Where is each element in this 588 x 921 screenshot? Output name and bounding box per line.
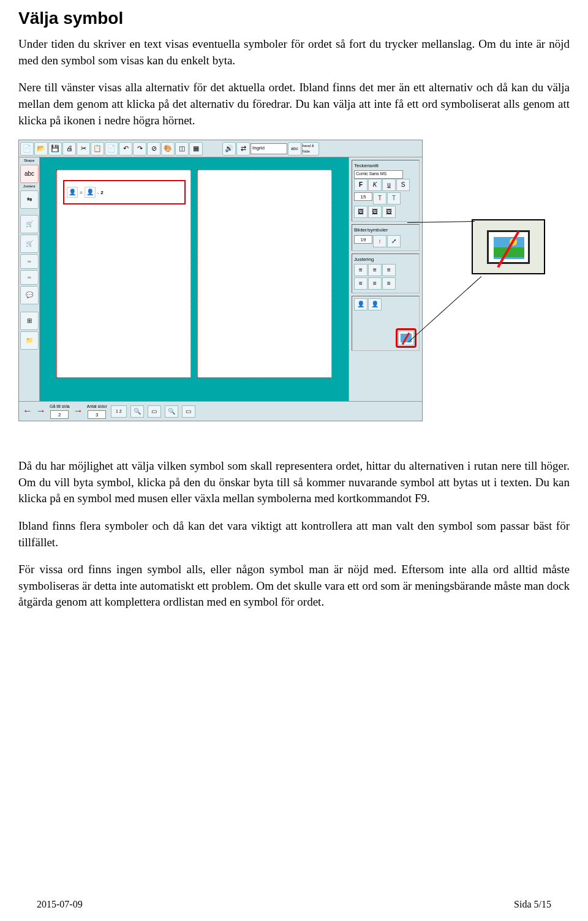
font-label: Teckensnitt <box>354 162 417 169</box>
goto-page-input[interactable]: 2 <box>50 410 69 419</box>
goto-page-label: Gå till sida <box>50 404 70 410</box>
number-two: 2 <box>100 189 103 196</box>
pic-btn-2[interactable]: 🖼 <box>368 206 382 218</box>
user-dropdown[interactable]: Ingrid <box>251 143 287 154</box>
upplos-button-1[interactable]: ▭ <box>20 254 39 269</box>
justera-button[interactable]: ⇆ <box>20 190 39 209</box>
pic-btn-1[interactable]: 🖼 <box>354 206 368 218</box>
valign-mid-button[interactable]: ≡ <box>368 277 382 290</box>
zoom-in-button[interactable]: 🔍 <box>130 405 144 418</box>
squares-icon[interactable]: ◫ <box>175 142 189 156</box>
page-footer: 2015-07-09 Sida 5/15 <box>37 898 551 911</box>
image-label: Bilder/symboler <box>354 227 417 233</box>
misc-button-1[interactable]: ⊞ <box>20 312 39 330</box>
no-symbol-icon-large <box>487 230 530 264</box>
next-page-button[interactable]: → <box>36 404 46 418</box>
hand-label-icon[interactable]: hand å föda <box>302 142 319 156</box>
speech-button[interactable]: 💬 <box>20 286 39 304</box>
symbol-2-icon: 👤 <box>85 187 96 198</box>
symbol-alt-2[interactable]: 👤 <box>368 298 382 310</box>
pic-btn-3[interactable]: 🖼 <box>382 206 396 218</box>
justera-label: Justera <box>20 184 38 188</box>
dash-sign: - <box>97 189 99 196</box>
print-icon[interactable]: 🖨 <box>62 142 76 156</box>
paragraph-2: Nere till vänster visas alla alternativ … <box>18 80 570 129</box>
left-sidebar: Skapa abc Justera ⇆ 🛒 🛒 ▭ ▭ 💬 ⊞ 📁 <box>19 157 40 402</box>
valign-bot-button[interactable]: ≡ <box>382 277 396 290</box>
undo-icon[interactable]: ↶ <box>119 142 132 156</box>
alignment-group: Justering ≡ ≡ ≡ ≡ ≡ ≡ <box>352 254 420 293</box>
symbol-1-icon: 👤 <box>67 187 78 198</box>
page-layout-button[interactable]: 1 2 <box>111 405 127 418</box>
main-toolbar: 📄 📂 💾 🖨 ✂ 📋 📄 ↶ ↷ ⊘ 🎨 ◫ ▦ 🔊 ⇄ Ingrid abc… <box>19 140 422 157</box>
align-right-button[interactable]: ≡ <box>382 264 396 276</box>
folder-button[interactable]: 📁 <box>20 331 39 350</box>
pagecount-value: 3 <box>88 410 106 419</box>
paragraph-3: Då du har möjlighet att välja vilken sym… <box>18 458 570 507</box>
no-symbol-icon[interactable]: ⊘ <box>147 142 160 156</box>
callout-zoom <box>472 219 545 274</box>
symbol-chooser: 👤 👤 <box>352 296 420 351</box>
image-group: Bilder/symboler 19 ↕ ⤢ <box>352 224 420 250</box>
save-icon[interactable]: 💾 <box>48 142 62 156</box>
page-left[interactable]: 👤 = 👤 - 2 <box>56 170 191 378</box>
paragraph-4: Ibland finns flera symboler och då kan d… <box>18 518 570 551</box>
font-dropdown[interactable]: Comic Sans MS <box>354 170 403 179</box>
zoom-fit-button[interactable]: ▭ <box>148 405 161 418</box>
valign-top-button[interactable]: ≡ <box>354 277 368 290</box>
app-screenshot: 📄 📂 💾 🖨 ✂ 📋 📄 ↶ ↷ ⊘ 🎨 ◫ ▦ 🔊 ⇄ Ingrid abc… <box>18 140 570 434</box>
alignment-label: Justering <box>354 256 417 263</box>
align-center-button[interactable]: ≡ <box>368 264 382 276</box>
image-size-input[interactable]: 19 <box>354 235 372 244</box>
grid-icon[interactable]: ▦ <box>189 142 203 156</box>
prev-page-button[interactable]: ← <box>23 404 32 418</box>
vagn-button-1[interactable]: 🛒 <box>20 215 39 233</box>
vagn-button-2[interactable]: 🛒 <box>20 235 39 253</box>
text-color-button[interactable]: T <box>373 192 386 205</box>
new-icon[interactable]: 📄 <box>20 142 34 156</box>
paragraph-5: För vissa ord finns ingen symbol alls, e… <box>18 562 570 611</box>
skapa-label: Skapa <box>20 159 38 162</box>
skapa-button[interactable]: abc <box>20 165 39 183</box>
check-abc-icon[interactable]: abc <box>288 142 301 156</box>
font-size-input[interactable]: 15 <box>354 192 372 201</box>
align-left-button[interactable]: ≡ <box>354 264 368 276</box>
footer-date: 2015-07-09 <box>37 898 83 911</box>
italic-button[interactable]: K <box>368 179 382 191</box>
page-right[interactable] <box>197 170 332 378</box>
sound-icon[interactable]: 🔊 <box>222 142 236 156</box>
img-scale-button[interactable]: ⤢ <box>387 235 401 247</box>
pagecount-label: Antal sidor <box>87 404 107 410</box>
zoom-reset-button[interactable]: ▭ <box>182 405 195 418</box>
page-title: Välja symbol <box>18 6 570 30</box>
bottom-status-bar: ← → Gå till sida 2 → Antal sidor 3 1 2 🔍… <box>19 401 422 421</box>
text-highlight-button[interactable]: T <box>387 192 401 205</box>
cut-icon[interactable]: ✂ <box>77 142 90 156</box>
footer-page: Sida 5/15 <box>514 898 551 911</box>
zoom-out-button[interactable]: 🔍 <box>165 405 178 418</box>
application-window: 📄 📂 💾 🖨 ✂ 📋 📄 ↶ ↷ ⊘ 🎨 ◫ ▦ 🔊 ⇄ Ingrid abc… <box>18 140 423 421</box>
bold-button[interactable]: F <box>354 179 368 191</box>
underline-button[interactable]: u <box>382 179 396 191</box>
open-icon[interactable]: 📂 <box>34 142 48 156</box>
paste-icon[interactable]: 📄 <box>105 142 118 156</box>
strike-button[interactable]: S <box>396 179 410 191</box>
palette-icon[interactable]: 🎨 <box>161 142 175 156</box>
active-text-frame[interactable]: 👤 = 👤 - 2 <box>63 180 186 205</box>
arrows-icon[interactable]: ⇄ <box>236 142 250 156</box>
copy-icon[interactable]: 📋 <box>91 142 104 156</box>
symbol-alt-1[interactable]: 👤 <box>354 298 368 310</box>
upplos-button-2[interactable]: ▭ <box>20 270 39 285</box>
right-properties-panel: Teckensnitt Comic Sans MS F K u S 15 T T <box>349 157 422 402</box>
paragraph-1: Under tiden du skriver en text visas eve… <box>18 36 570 69</box>
another-arrow[interactable]: → <box>74 404 83 418</box>
font-group: Teckensnitt Comic Sans MS F K u S 15 T T <box>352 160 420 222</box>
canvas-area: 👤 = 👤 - 2 <box>40 157 349 402</box>
eq-sign: = <box>80 189 83 196</box>
img-arrow-button[interactable]: ↕ <box>373 235 386 247</box>
redo-icon[interactable]: ↷ <box>133 142 146 156</box>
